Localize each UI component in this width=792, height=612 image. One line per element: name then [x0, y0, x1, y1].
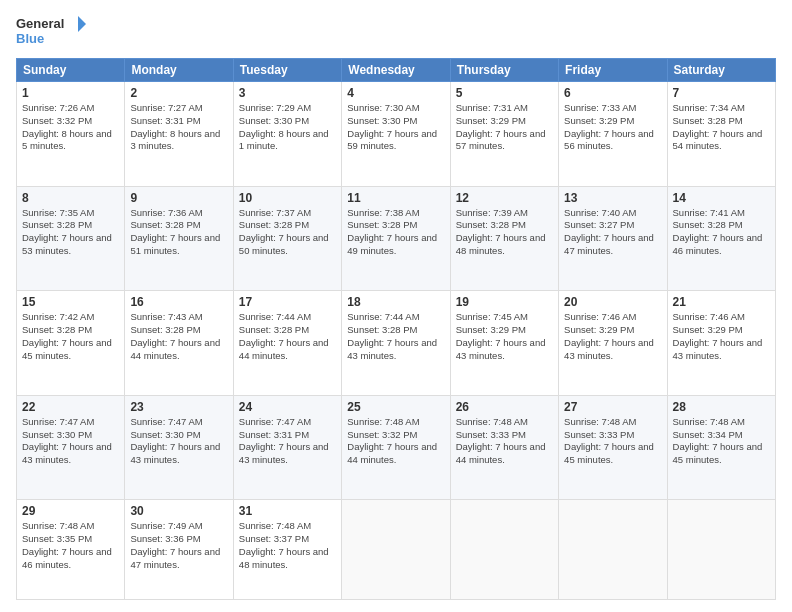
day-info: Sunrise: 7:40 AMSunset: 3:27 PMDaylight:… — [564, 207, 661, 258]
day-header-wednesday: Wednesday — [342, 59, 450, 82]
day-number: 24 — [239, 400, 336, 414]
calendar-week-1: 1Sunrise: 7:26 AMSunset: 3:32 PMDaylight… — [17, 82, 776, 187]
calendar-week-2: 8Sunrise: 7:35 AMSunset: 3:28 PMDaylight… — [17, 186, 776, 291]
calendar-cell: 3Sunrise: 7:29 AMSunset: 3:30 PMDaylight… — [233, 82, 341, 187]
day-info: Sunrise: 7:48 AMSunset: 3:33 PMDaylight:… — [564, 416, 661, 467]
day-info: Sunrise: 7:49 AMSunset: 3:36 PMDaylight:… — [130, 520, 227, 571]
day-number: 19 — [456, 295, 553, 309]
day-number: 9 — [130, 191, 227, 205]
day-number: 25 — [347, 400, 444, 414]
calendar-week-3: 15Sunrise: 7:42 AMSunset: 3:28 PMDayligh… — [17, 291, 776, 396]
calendar-cell: 20Sunrise: 7:46 AMSunset: 3:29 PMDayligh… — [559, 291, 667, 396]
day-number: 12 — [456, 191, 553, 205]
calendar-cell: 2Sunrise: 7:27 AMSunset: 3:31 PMDaylight… — [125, 82, 233, 187]
day-info: Sunrise: 7:36 AMSunset: 3:28 PMDaylight:… — [130, 207, 227, 258]
calendar-header-row: SundayMondayTuesdayWednesdayThursdayFrid… — [17, 59, 776, 82]
day-info: Sunrise: 7:47 AMSunset: 3:30 PMDaylight:… — [22, 416, 119, 467]
header: General Blue — [16, 12, 776, 50]
day-info: Sunrise: 7:27 AMSunset: 3:31 PMDaylight:… — [130, 102, 227, 153]
calendar-cell — [342, 500, 450, 600]
calendar-cell: 21Sunrise: 7:46 AMSunset: 3:29 PMDayligh… — [667, 291, 775, 396]
calendar-page: General Blue SundayMondayTuesdayWednesda… — [0, 0, 792, 612]
day-number: 5 — [456, 86, 553, 100]
calendar-cell: 10Sunrise: 7:37 AMSunset: 3:28 PMDayligh… — [233, 186, 341, 291]
calendar-cell — [559, 500, 667, 600]
calendar-cell — [450, 500, 558, 600]
calendar-cell: 22Sunrise: 7:47 AMSunset: 3:30 PMDayligh… — [17, 395, 125, 500]
day-number: 1 — [22, 86, 119, 100]
day-info: Sunrise: 7:38 AMSunset: 3:28 PMDaylight:… — [347, 207, 444, 258]
day-number: 29 — [22, 504, 119, 518]
day-number: 18 — [347, 295, 444, 309]
day-info: Sunrise: 7:43 AMSunset: 3:28 PMDaylight:… — [130, 311, 227, 362]
day-info: Sunrise: 7:37 AMSunset: 3:28 PMDaylight:… — [239, 207, 336, 258]
calendar-cell: 26Sunrise: 7:48 AMSunset: 3:33 PMDayligh… — [450, 395, 558, 500]
calendar-cell: 18Sunrise: 7:44 AMSunset: 3:28 PMDayligh… — [342, 291, 450, 396]
day-info: Sunrise: 7:39 AMSunset: 3:28 PMDaylight:… — [456, 207, 553, 258]
day-info: Sunrise: 7:48 AMSunset: 3:32 PMDaylight:… — [347, 416, 444, 467]
svg-text:General: General — [16, 16, 64, 31]
calendar-cell: 12Sunrise: 7:39 AMSunset: 3:28 PMDayligh… — [450, 186, 558, 291]
day-info: Sunrise: 7:48 AMSunset: 3:37 PMDaylight:… — [239, 520, 336, 571]
day-info: Sunrise: 7:47 AMSunset: 3:30 PMDaylight:… — [130, 416, 227, 467]
day-header-thursday: Thursday — [450, 59, 558, 82]
day-number: 31 — [239, 504, 336, 518]
day-info: Sunrise: 7:34 AMSunset: 3:28 PMDaylight:… — [673, 102, 770, 153]
calendar-cell: 24Sunrise: 7:47 AMSunset: 3:31 PMDayligh… — [233, 395, 341, 500]
calendar-cell: 19Sunrise: 7:45 AMSunset: 3:29 PMDayligh… — [450, 291, 558, 396]
calendar-cell: 14Sunrise: 7:41 AMSunset: 3:28 PMDayligh… — [667, 186, 775, 291]
calendar-cell: 17Sunrise: 7:44 AMSunset: 3:28 PMDayligh… — [233, 291, 341, 396]
day-info: Sunrise: 7:48 AMSunset: 3:35 PMDaylight:… — [22, 520, 119, 571]
day-number: 4 — [347, 86, 444, 100]
day-info: Sunrise: 7:45 AMSunset: 3:29 PMDaylight:… — [456, 311, 553, 362]
day-header-monday: Monday — [125, 59, 233, 82]
day-header-friday: Friday — [559, 59, 667, 82]
calendar-cell: 31Sunrise: 7:48 AMSunset: 3:37 PMDayligh… — [233, 500, 341, 600]
day-number: 21 — [673, 295, 770, 309]
day-info: Sunrise: 7:41 AMSunset: 3:28 PMDaylight:… — [673, 207, 770, 258]
svg-marker-2 — [78, 16, 86, 32]
calendar-week-4: 22Sunrise: 7:47 AMSunset: 3:30 PMDayligh… — [17, 395, 776, 500]
day-number: 10 — [239, 191, 336, 205]
day-info: Sunrise: 7:42 AMSunset: 3:28 PMDaylight:… — [22, 311, 119, 362]
day-number: 11 — [347, 191, 444, 205]
svg-text:Blue: Blue — [16, 31, 44, 46]
calendar-cell: 6Sunrise: 7:33 AMSunset: 3:29 PMDaylight… — [559, 82, 667, 187]
day-number: 30 — [130, 504, 227, 518]
logo-svg: General Blue — [16, 12, 86, 50]
calendar-cell: 9Sunrise: 7:36 AMSunset: 3:28 PMDaylight… — [125, 186, 233, 291]
calendar-cell: 7Sunrise: 7:34 AMSunset: 3:28 PMDaylight… — [667, 82, 775, 187]
calendar-week-5: 29Sunrise: 7:48 AMSunset: 3:35 PMDayligh… — [17, 500, 776, 600]
day-number: 15 — [22, 295, 119, 309]
calendar-cell: 28Sunrise: 7:48 AMSunset: 3:34 PMDayligh… — [667, 395, 775, 500]
day-info: Sunrise: 7:46 AMSunset: 3:29 PMDaylight:… — [673, 311, 770, 362]
calendar-cell: 5Sunrise: 7:31 AMSunset: 3:29 PMDaylight… — [450, 82, 558, 187]
day-number: 27 — [564, 400, 661, 414]
calendar-cell: 25Sunrise: 7:48 AMSunset: 3:32 PMDayligh… — [342, 395, 450, 500]
calendar-table: SundayMondayTuesdayWednesdayThursdayFrid… — [16, 58, 776, 600]
day-header-sunday: Sunday — [17, 59, 125, 82]
day-number: 3 — [239, 86, 336, 100]
day-number: 26 — [456, 400, 553, 414]
calendar-cell: 16Sunrise: 7:43 AMSunset: 3:28 PMDayligh… — [125, 291, 233, 396]
day-number: 7 — [673, 86, 770, 100]
day-number: 2 — [130, 86, 227, 100]
calendar-cell: 29Sunrise: 7:48 AMSunset: 3:35 PMDayligh… — [17, 500, 125, 600]
day-info: Sunrise: 7:44 AMSunset: 3:28 PMDaylight:… — [347, 311, 444, 362]
day-number: 23 — [130, 400, 227, 414]
day-info: Sunrise: 7:47 AMSunset: 3:31 PMDaylight:… — [239, 416, 336, 467]
day-number: 6 — [564, 86, 661, 100]
day-info: Sunrise: 7:26 AMSunset: 3:32 PMDaylight:… — [22, 102, 119, 153]
day-info: Sunrise: 7:35 AMSunset: 3:28 PMDaylight:… — [22, 207, 119, 258]
day-number: 16 — [130, 295, 227, 309]
day-number: 13 — [564, 191, 661, 205]
calendar-cell: 4Sunrise: 7:30 AMSunset: 3:30 PMDaylight… — [342, 82, 450, 187]
day-number: 20 — [564, 295, 661, 309]
day-number: 28 — [673, 400, 770, 414]
calendar-cell: 15Sunrise: 7:42 AMSunset: 3:28 PMDayligh… — [17, 291, 125, 396]
day-info: Sunrise: 7:48 AMSunset: 3:33 PMDaylight:… — [456, 416, 553, 467]
day-info: Sunrise: 7:46 AMSunset: 3:29 PMDaylight:… — [564, 311, 661, 362]
day-info: Sunrise: 7:31 AMSunset: 3:29 PMDaylight:… — [456, 102, 553, 153]
day-info: Sunrise: 7:33 AMSunset: 3:29 PMDaylight:… — [564, 102, 661, 153]
calendar-cell — [667, 500, 775, 600]
